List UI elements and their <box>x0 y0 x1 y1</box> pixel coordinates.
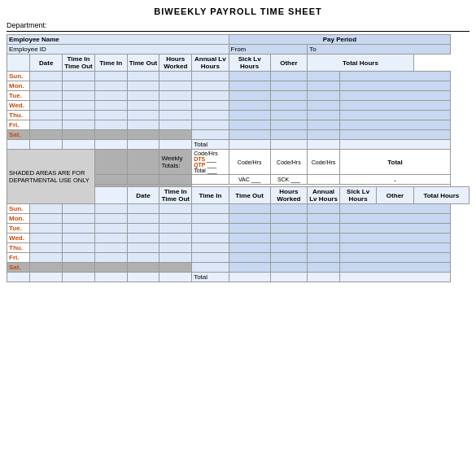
col-timein-2: Time InTime Out <box>159 187 192 204</box>
col-timein: Time InTime Out <box>63 55 95 72</box>
day-tue-1: Tue. <box>7 91 30 101</box>
col-timeout: Time Out <box>127 55 159 72</box>
code-hrs-1: Code/HrsDTS ___QTP ___Total ___ <box>192 150 229 175</box>
employee-name-header: Employee Name <box>7 35 229 45</box>
col-other-2: Other <box>377 187 413 204</box>
day-fri-2: Fri. <box>7 253 30 263</box>
col-sick-2: Sick Lv Hours <box>339 187 376 204</box>
day-sat-2: Sat. <box>7 263 30 273</box>
col-sick: Sick Lv Hours <box>229 55 270 72</box>
page-title: BIWEEKLY PAYROLL TIME SHEET <box>7 7 469 16</box>
col-timein3-2: Time In <box>192 187 229 204</box>
col-empty-2 <box>94 187 127 204</box>
col-hours-worked: Hours Worked <box>159 55 192 72</box>
department-row: Department: <box>7 21 469 32</box>
to-header: To <box>308 45 451 55</box>
weekly-totals-label: Weekly Totals: <box>159 150 192 175</box>
col-date: Date <box>30 55 63 72</box>
col-total: Total Hours <box>308 55 414 72</box>
col-total-2: Total Hours <box>413 187 469 204</box>
day-wed-2: Wed. <box>7 234 30 243</box>
col-date-2: Date <box>127 187 159 204</box>
col-timein3: Time In <box>94 55 127 72</box>
day-sun-1: Sun. <box>7 72 30 81</box>
day-thu-1: Thu. <box>7 111 30 120</box>
col-other: Other <box>270 55 307 72</box>
col-hours-worked-2: Hours Worked <box>270 187 307 204</box>
col-annual: Annual Lv Hours <box>192 55 229 72</box>
code-hrs-3: Code/Hrs <box>270 150 307 175</box>
day-mon-2: Mon. <box>7 214 30 224</box>
day-fri-1: Fri. <box>7 120 30 130</box>
day-thu-2: Thu. <box>7 243 30 253</box>
from-header: From <box>229 45 308 55</box>
code-hrs-4: Code/Hrs <box>308 150 340 175</box>
total-bold: Total <box>339 150 450 175</box>
day-sat-1: Sat. <box>7 130 30 140</box>
shaded-info: SHADED AREAS ARE FOR DEPARTMENTAL USE ON… <box>7 150 95 204</box>
col-annual-2: Annual Lv Hours <box>308 187 340 204</box>
day-mon-1: Mon. <box>7 81 30 91</box>
pay-period-header: Pay Period <box>229 35 451 45</box>
employee-id-header: Employee ID <box>7 45 229 55</box>
total-label-2: Total <box>192 273 229 282</box>
day-sun-2: Sun. <box>7 204 30 214</box>
col-empty <box>7 55 30 72</box>
col-timeout-2: Time Out <box>229 187 270 204</box>
total-label-1: Total <box>192 140 229 150</box>
code-hrs-2: Code/Hrs <box>229 150 270 175</box>
day-tue-2: Tue. <box>7 224 30 234</box>
day-wed-1: Wed. <box>7 101 30 111</box>
